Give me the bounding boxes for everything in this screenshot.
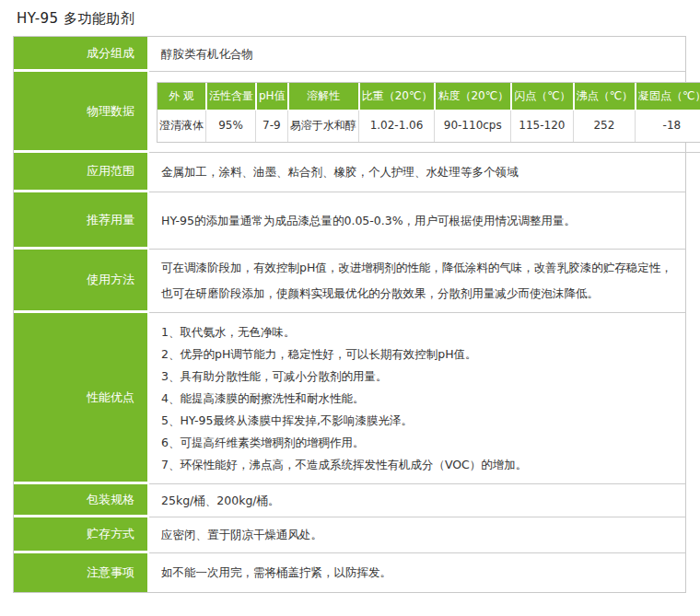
physical-header-active-content: 活性含量: [205, 83, 255, 110]
row-label-physical-data: 物理数据: [14, 72, 147, 153]
usage-line: 也可在研磨阶段添加，使颜料实现最优化的分散效果，分散剂用量减少而使泡沫降低。: [161, 281, 676, 307]
spec-row-packaging: 包装规格 25kg/桶、200kg/桶。: [14, 484, 685, 517]
physical-value-viscosity: 90-110cps: [434, 110, 510, 142]
row-content-usage: 可在调漆阶段加，有效控制pH值，改进增稠剂的性能，降低涂料的气味，改善乳胶漆的贮…: [149, 250, 685, 313]
physical-value-appearance: 澄清液体: [158, 110, 205, 142]
physical-value-solubility: 易溶于水和醇: [287, 110, 358, 142]
row-content-dosage: HY-95的添加量通常为成品漆总量的0.05-0.3%，用户可根据使用情况调整用…: [149, 192, 685, 250]
row-content-notes: 如不能一次用完，需将桶盖拧紧，以防挥发。: [149, 553, 685, 592]
advantage-item: 6、可提高纤维素类增稠剂的增稠作用。: [161, 432, 676, 454]
spec-row-physical-data: 物理数据 外 观 活性含量 pH值 溶解性 比重（20℃） 粘度（20℃） 闪点…: [14, 72, 685, 153]
row-label-usage: 使用方法: [14, 250, 147, 313]
spec-row-usage: 使用方法 可在调漆阶段加，有效控制pH值，改进增稠剂的性能，降低涂料的气味，改善…: [14, 250, 685, 313]
physical-value-active-content: 95%: [205, 110, 255, 142]
row-label-dosage: 推荐用量: [14, 192, 147, 250]
advantage-item: 3、具有助分散性能，可减小分散剂的用量。: [161, 366, 676, 388]
physical-value-freezing-point: -18: [635, 110, 700, 142]
product-spec-table: 成分组成 醇胺类有机化合物 物理数据 外 观 活性含量 pH值 溶解性 比重（2…: [13, 36, 686, 593]
advantage-item: 4、能提高漆膜的耐擦洗性和耐水性能。: [161, 388, 676, 410]
physical-value-flash-point: 115-120: [510, 110, 572, 142]
physical-header-appearance: 外 观: [158, 83, 205, 110]
spec-row-advantages: 性能优点 1、取代氨水，无色净味。 2、优异的pH调节能力，稳定性好，可以长期有…: [14, 313, 685, 484]
physical-value-row: 澄清液体 95% 7-9 易溶于水和醇 1.02-1.06 90-110cps …: [158, 110, 700, 142]
row-content-composition: 醇胺类有机化合物: [149, 37, 685, 72]
row-content-application: 金属加工，涂料、油墨、粘合剂、橡胶，个人护理、水处理等多个领域: [149, 153, 685, 192]
physical-value-ph: 7-9: [255, 110, 287, 142]
physical-header-ph: pH值: [255, 83, 287, 110]
row-label-application: 应用范围: [14, 153, 147, 192]
row-content-physical-data: 外 观 活性含量 pH值 溶解性 比重（20℃） 粘度（20℃） 闪点（℃） 沸…: [149, 72, 700, 153]
physical-header-specific-gravity: 比重（20℃）: [358, 83, 435, 110]
spec-row-composition: 成分组成 醇胺类有机化合物: [14, 37, 685, 72]
row-label-advantages: 性能优点: [14, 313, 147, 484]
spec-row-notes: 注意事项 如不能一次用完，需将桶盖拧紧，以防挥发。: [14, 553, 685, 592]
physical-header-viscosity: 粘度（20℃）: [434, 83, 510, 110]
spec-row-storage: 贮存方式 应密闭、置于阴凉干燥通风处。: [14, 517, 685, 553]
row-label-composition: 成分组成: [14, 37, 147, 72]
row-content-packaging: 25kg/桶、200kg/桶。: [149, 484, 685, 517]
physical-header-boiling-point: 沸点（℃）: [573, 83, 635, 110]
physical-header-flash-point: 闪点（℃）: [510, 83, 572, 110]
physical-value-specific-gravity: 1.02-1.06: [358, 110, 435, 142]
usage-line: 可在调漆阶段加，有效控制pH值，改进增稠剂的性能，降低涂料的气味，改善乳胶漆的贮…: [161, 255, 676, 281]
spec-row-dosage: 推荐用量 HY-95的添加量通常为成品漆总量的0.05-0.3%，用户可根据使用…: [14, 192, 685, 250]
page-title: HY-95 多功能助剂: [17, 10, 700, 28]
physical-header-solubility: 溶解性: [287, 83, 358, 110]
advantage-item: 7、环保性能好，沸点高，不造成系统挥发性有机成分（VOC）的增加。: [161, 454, 676, 476]
row-content-storage: 应密闭、置于阴凉干燥通风处。: [149, 517, 685, 553]
physical-header-row: 外 观 活性含量 pH值 溶解性 比重（20℃） 粘度（20℃） 闪点（℃） 沸…: [158, 83, 700, 110]
spec-row-application: 应用范围 金属加工，涂料、油墨、粘合剂、橡胶，个人护理、水处理等多个领域: [14, 153, 685, 192]
physical-data-table: 外 观 活性含量 pH值 溶解性 比重（20℃） 粘度（20℃） 闪点（℃） 沸…: [157, 82, 700, 143]
row-label-storage: 贮存方式: [14, 517, 147, 553]
physical-value-boiling-point: 252: [573, 110, 635, 142]
advantage-item: 2、优异的pH调节能力，稳定性好，可以长期有效控制pH值。: [161, 343, 676, 366]
advantage-item: 1、取代氨水，无色净味。: [161, 321, 676, 343]
physical-header-freezing-point: 凝固点（℃）: [635, 83, 700, 110]
row-label-notes: 注意事项: [14, 553, 147, 592]
row-content-advantages: 1、取代氨水，无色净味。 2、优异的pH调节能力，稳定性好，可以长期有效控制pH…: [149, 313, 685, 484]
row-label-packaging: 包装规格: [14, 484, 147, 517]
advantage-item: 5、HY-95最终从漆膜中挥发掉,不影响漆膜光泽。: [161, 410, 676, 432]
